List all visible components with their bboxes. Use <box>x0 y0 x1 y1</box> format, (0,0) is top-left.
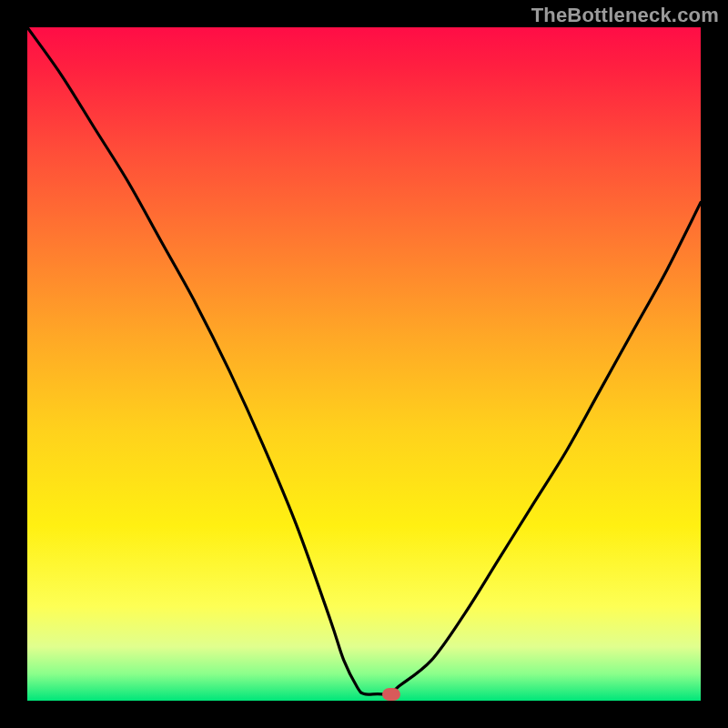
chart-frame: TheBottleneck.com <box>0 0 728 728</box>
watermark-text: TheBottleneck.com <box>531 4 719 27</box>
optimal-point-marker <box>382 688 400 701</box>
bottleneck-curve <box>27 27 701 701</box>
plot-area <box>27 27 701 701</box>
